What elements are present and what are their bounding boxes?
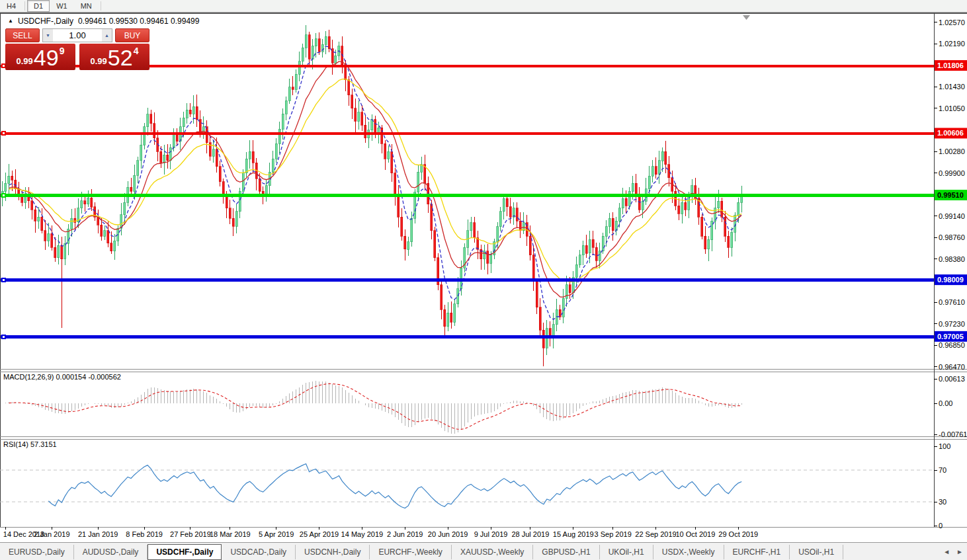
tab-usdx-weekly[interactable]: USDX-,Weekly bbox=[653, 545, 724, 559]
chart-symbol-period: USDCHF-,Daily bbox=[18, 17, 73, 26]
buy-price-prefix: 0.99 bbox=[91, 56, 107, 66]
price-axis-tick-label: 0.97610 bbox=[939, 298, 965, 306]
price-axis-tick-label: 0.97230 bbox=[939, 320, 965, 328]
tab-usdchf-daily[interactable]: USDCHF-,Daily bbox=[147, 544, 222, 560]
collapse-triangle-icon[interactable]: ▲ bbox=[8, 19, 13, 24]
date-axis-label: 14 May 2019 bbox=[341, 530, 384, 538]
tab-audusd-daily[interactable]: AUDUSD-,Daily bbox=[74, 545, 148, 559]
chart-shift-marker-icon[interactable] bbox=[743, 15, 750, 20]
sell-button[interactable]: SELL bbox=[5, 28, 40, 42]
price-axis-tick-label: 0.98380 bbox=[939, 255, 965, 263]
date-axis-label: 18 Mar 2019 bbox=[210, 530, 251, 538]
tab-usdcad-daily[interactable]: USDCAD-,Daily bbox=[222, 545, 296, 559]
price-axis-tick-label: 0.96850 bbox=[939, 341, 965, 349]
date-axis-label: 2 Jun 2019 bbox=[387, 530, 423, 538]
level-price-tag-text: 0.99510 bbox=[937, 191, 964, 199]
buy-price-pip: 4 bbox=[134, 46, 139, 56]
rsi-axis-label: 70 bbox=[939, 466, 946, 474]
date-axis-label: 25 Apr 2019 bbox=[300, 530, 339, 538]
chart-title: ▲ USDCHF-,Daily 0.99461 0.99530 0.99461 … bbox=[8, 17, 199, 26]
macd-axis-label: 0.00 bbox=[939, 399, 952, 407]
buy-price-tile[interactable]: 0.99524 bbox=[79, 44, 149, 70]
timeframe-w1-button[interactable]: W1 bbox=[50, 0, 74, 12]
level-handle-dot bbox=[3, 65, 5, 67]
toolbar-separator bbox=[101, 1, 101, 11]
tab-gbpusd-h1[interactable]: GBPUSD-,H1 bbox=[533, 545, 599, 559]
ma-mid-line bbox=[9, 61, 741, 297]
lot-size-stepper: ▼ ▲ bbox=[42, 28, 112, 42]
chart-ohlc-values: 0.99461 0.99530 0.99461 0.99499 bbox=[78, 17, 200, 26]
terminal-window: H4 D1 W1 MN 1.025701.021901.014301.01050… bbox=[0, 0, 967, 560]
date-axis-label: 22 Sep 2019 bbox=[635, 530, 676, 538]
price-axis-tick-label: 1.02570 bbox=[939, 19, 965, 26]
sell-price-tile[interactable]: 0.99499 bbox=[5, 44, 75, 70]
date-axis-label: 3 Sep 2019 bbox=[595, 530, 632, 538]
price-axis-tick-label: 0.98760 bbox=[939, 233, 965, 241]
buy-price-big: 52 bbox=[108, 46, 133, 69]
sell-price-prefix: 0.99 bbox=[17, 56, 33, 66]
tabs-scroll-right-icon[interactable]: ► bbox=[956, 548, 963, 555]
macd-axis-label: 0.00613 bbox=[939, 375, 965, 383]
toolbar-separator bbox=[24, 1, 25, 11]
tab-ukoil-h1[interactable]: UKOil-,H1 bbox=[600, 545, 653, 559]
rsi-axis-label: 0 bbox=[939, 522, 943, 530]
rsi-label: RSI(14) 57.3151 bbox=[3, 440, 57, 448]
timeframe-toolbar: H4 D1 W1 MN bbox=[0, 0, 967, 13]
timeframe-h4-button[interactable]: H4 bbox=[0, 0, 22, 12]
price-axis-tick-label: 0.99900 bbox=[939, 169, 965, 177]
chart-canvas[interactable]: 1.025701.021901.014301.010501.002800.999… bbox=[0, 0, 967, 560]
tabs-scroll-left-icon[interactable]: ◄ bbox=[943, 548, 950, 555]
date-axis-label: 9 Jul 2019 bbox=[474, 530, 508, 538]
date-axis-label: 27 Feb 2019 bbox=[170, 530, 211, 538]
date-axis-label: 10 Oct 2019 bbox=[675, 530, 715, 538]
tab-eurusd-daily[interactable]: EURUSD-,Daily bbox=[0, 545, 74, 559]
level-price-tag-text: 1.01806 bbox=[937, 61, 964, 69]
tab-xauusd-weekly[interactable]: XAUUSD-,Weekly bbox=[452, 545, 533, 559]
level-handle-dot bbox=[3, 132, 5, 134]
level-price-tag-text: 0.97005 bbox=[937, 333, 964, 340]
level-price-tag-text: 1.00606 bbox=[937, 129, 964, 137]
price-axis-tick-label: 1.00280 bbox=[939, 147, 965, 155]
sell-price-big: 49 bbox=[34, 46, 59, 69]
lot-increase-icon[interactable]: ▲ bbox=[102, 29, 112, 42]
timeframe-mn-button[interactable]: MN bbox=[74, 0, 99, 12]
price-axis-tick-label: 1.02190 bbox=[939, 40, 965, 48]
buy-button[interactable]: BUY bbox=[115, 28, 149, 42]
date-axis-label: 8 Feb 2019 bbox=[126, 530, 163, 538]
price-axis-tick-label: 0.96470 bbox=[939, 363, 965, 371]
sell-price-pip: 9 bbox=[60, 46, 65, 56]
tab-usoil-h1[interactable]: USOil-,H1 bbox=[790, 545, 843, 559]
date-axis-label: 2 Jan 2019 bbox=[34, 530, 69, 538]
rsi-line bbox=[48, 464, 741, 508]
level-handle-dot bbox=[3, 279, 5, 281]
tab-usdcnh-daily[interactable]: USDCNH-,Daily bbox=[296, 545, 370, 559]
price-axis-tick-label: 1.01050 bbox=[939, 104, 965, 112]
price-axis-tick-label: 0.99140 bbox=[939, 212, 965, 220]
lot-size-input[interactable] bbox=[53, 29, 102, 42]
level-price-tag-text: 0.98009 bbox=[937, 276, 964, 284]
rsi-axis-label: 30 bbox=[939, 498, 946, 506]
level-handle-dot bbox=[3, 336, 5, 338]
date-axis-label: 20 Jun 2019 bbox=[428, 530, 468, 538]
date-axis-label: 15 Aug 2019 bbox=[553, 530, 594, 538]
timeframe-d1-button[interactable]: D1 bbox=[27, 0, 50, 12]
rsi-axis-label: 100 bbox=[939, 442, 950, 450]
date-axis-label: 5 Apr 2019 bbox=[259, 530, 294, 538]
one-click-trade-panel: SELL ▼ ▲ BUY 0.99499 0.99524 bbox=[5, 28, 149, 70]
tab-eurchf-h1[interactable]: EURCHF-,H1 bbox=[724, 545, 790, 559]
chart-tabs-bar: EURUSD-,Daily AUDUSD-,Daily USDCHF-,Dail… bbox=[0, 542, 967, 560]
date-axis-label: 21 Jan 2019 bbox=[78, 530, 118, 538]
ma-slow-line bbox=[9, 79, 741, 282]
macd-label: MACD(12,26,9) 0.000154 -0.000562 bbox=[3, 373, 121, 381]
date-axis-label: 29 Oct 2019 bbox=[718, 530, 758, 538]
macd-histogram bbox=[3, 381, 742, 434]
macd-axis-label: -0.007612 bbox=[939, 430, 967, 438]
lot-decrease-icon[interactable]: ▼ bbox=[43, 29, 53, 42]
price-axis-tick-label: 1.01430 bbox=[939, 83, 965, 91]
tab-eurchf-weekly[interactable]: EURCHF-,Weekly bbox=[370, 545, 451, 559]
level-handle-dot bbox=[3, 194, 5, 196]
date-axis-label: 28 Jul 2019 bbox=[511, 530, 549, 538]
